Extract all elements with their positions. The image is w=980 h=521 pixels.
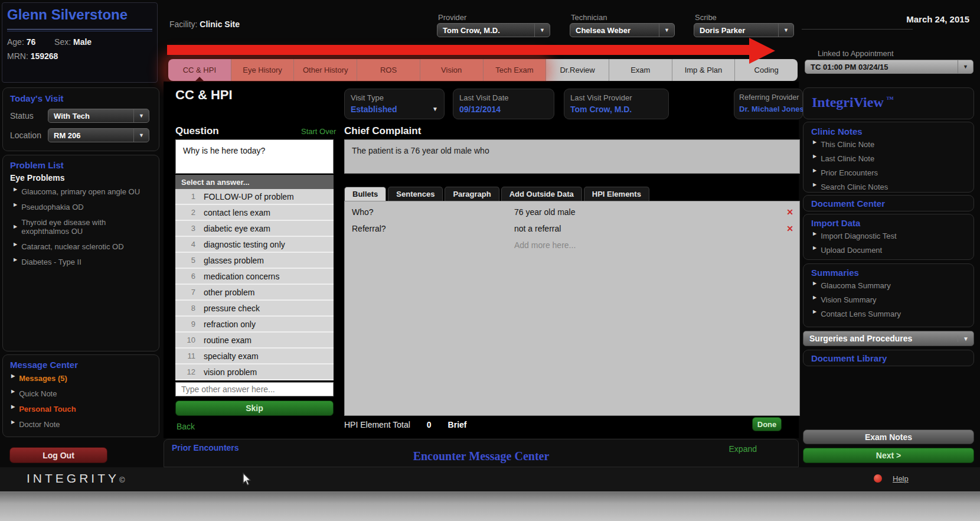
- scribe-dropdown[interactable]: Doris Parker ▼: [694, 23, 794, 37]
- other-answer-input[interactable]: [175, 382, 334, 396]
- problem-item[interactable]: ▶Pseudophakia OD: [14, 203, 154, 211]
- mrn-value: 159268: [31, 51, 58, 61]
- technician-dropdown[interactable]: Chelsea Weber ▼: [570, 23, 675, 37]
- tab-other-history[interactable]: Other History: [294, 59, 357, 81]
- answer-row[interactable]: 3diabetic eye exam: [175, 221, 334, 237]
- add-more-placeholder[interactable]: Add more here...: [514, 240, 576, 250]
- tab-coding[interactable]: Coding: [735, 59, 798, 81]
- hpi-entry-answer: 76 year old male: [514, 207, 576, 217]
- problem-item[interactable]: ▶Cataract, nuclear sclerotic OD: [14, 242, 154, 251]
- tab-ros[interactable]: ROS: [357, 59, 420, 81]
- import-diagnostic-test-link[interactable]: ▶Import Diagnostic Test: [813, 232, 897, 240]
- mrn-label: MRN:: [7, 51, 28, 61]
- skip-button[interactable]: Skip: [175, 400, 334, 416]
- tab-tech-exam[interactable]: Tech Exam: [484, 59, 547, 81]
- problem-list-title: Problem List: [10, 160, 64, 170]
- glaucoma-summary-link[interactable]: ▶Glaucoma Summary: [813, 281, 901, 290]
- chevron-down-icon: ▼: [778, 24, 793, 37]
- problem-item[interactable]: ▶Diabetes - Type II: [14, 258, 154, 266]
- linked-appointment-dropdown[interactable]: TC 01:00 PM 03/24/15 ▼: [805, 60, 974, 74]
- patient-name-divider: [7, 29, 152, 31]
- answer-row[interactable]: 9refraction only: [175, 317, 334, 333]
- done-button[interactable]: Done: [752, 417, 782, 431]
- sex-label: Sex:: [54, 37, 71, 47]
- tab-cc-hpi[interactable]: CC & HPI: [168, 59, 231, 81]
- status-dropdown[interactable]: With Tech ▼: [48, 109, 149, 123]
- answer-row[interactable]: 6medication concerns: [175, 269, 334, 285]
- tab-dr-review[interactable]: Dr.Review: [546, 59, 609, 81]
- doctor-note-link[interactable]: ▶Doctor Note: [11, 420, 76, 429]
- sex-value: Male: [73, 37, 92, 47]
- this-clinic-note-link[interactable]: ▶This Clinic Note: [813, 140, 888, 149]
- document-library-panel[interactable]: Document Library: [803, 350, 974, 366]
- encounter-message-panel: Prior Encounters Encounter Message Cente…: [164, 439, 799, 467]
- answer-row[interactable]: 7other problem: [175, 285, 334, 301]
- document-center-panel[interactable]: Document Center: [803, 195, 974, 211]
- remove-entry-icon[interactable]: ✕: [786, 224, 793, 233]
- expand-link[interactable]: Expand: [729, 444, 757, 454]
- tab-sentences[interactable]: Sentences: [388, 187, 443, 201]
- prior-encounters-link[interactable]: ▶Prior Encounters: [813, 168, 888, 177]
- answer-row[interactable]: 1FOLLOW-UP of problem: [175, 189, 334, 205]
- logout-button[interactable]: Log Out: [9, 447, 107, 463]
- remove-entry-icon[interactable]: ✕: [786, 207, 793, 217]
- provider-value: Tom Crow, M.D.: [443, 26, 500, 35]
- tab-eye-history[interactable]: Eye History: [231, 59, 295, 81]
- tab-vision[interactable]: Vision: [420, 59, 484, 81]
- tab-hpi-elements[interactable]: HPI Elements: [584, 187, 649, 201]
- answer-row[interactable]: 5glasses problem: [175, 253, 334, 269]
- help-link[interactable]: Help: [893, 474, 909, 483]
- answer-row[interactable]: 11specialty exam: [175, 349, 334, 364]
- answer-row[interactable]: 4diagnostic testing only: [175, 237, 334, 253]
- hpi-entry-question: Referral?: [352, 224, 514, 233]
- provider-dropdown[interactable]: Tom Crow, M.D. ▼: [437, 23, 550, 37]
- exam-notes-button[interactable]: Exam Notes: [803, 429, 974, 444]
- contact-lens-summary-link[interactable]: ▶Contact Lens Summary: [813, 310, 901, 318]
- tab-bullets[interactable]: Bullets: [344, 187, 386, 201]
- vision-summary-link[interactable]: ▶Vision Summary: [813, 295, 901, 304]
- hpi-content-area: Who? 76 year old male ✕ Referral? not a …: [344, 201, 800, 416]
- answer-row[interactable]: 12vision problem: [175, 364, 334, 380]
- tab-imp-plan[interactable]: Imp & Plan: [672, 59, 736, 81]
- expand-arrow-icon: ▶: [14, 257, 17, 262]
- question-box: Why is he here today?: [175, 139, 334, 174]
- question-text: Why is he here today?: [176, 140, 333, 161]
- chevron-down-icon: ▼: [133, 129, 149, 142]
- quick-note-link[interactable]: ▶Quick Note: [11, 389, 76, 398]
- back-link[interactable]: Back: [177, 422, 195, 431]
- patient-header-panel: Glenn Silverstone Age: 76 Sex: Male MRN:…: [2, 2, 158, 83]
- problem-list-panel: Problem List Eye Problems ▶Glaucoma, pri…: [2, 155, 159, 351]
- age-label: Age:: [7, 37, 24, 47]
- answer-row[interactable]: 2contact lens exam: [175, 205, 334, 221]
- personal-touch-link[interactable]: ▶Personal Touch: [11, 405, 76, 413]
- scribe-value: Doris Parker: [700, 26, 745, 35]
- search-clinic-notes-link[interactable]: ▶Search Clinic Notes: [813, 183, 888, 191]
- start-over-link[interactable]: Start Over: [301, 127, 336, 136]
- surgeries-procedures-dropdown[interactable]: Surgeries and Procedures ▼: [803, 331, 974, 346]
- brand-logo: IntegriView: [812, 95, 884, 110]
- tab-exam[interactable]: Exam: [609, 59, 672, 81]
- problem-item[interactable]: ▶Glaucoma, primary open angle OU: [14, 187, 154, 196]
- last-visit-date-card: Last Visit Date 09/12/2014: [453, 89, 554, 119]
- chevron-down-icon: ▼: [958, 60, 973, 73]
- location-dropdown[interactable]: RM 206 ▼: [48, 128, 149, 142]
- upload-document-link[interactable]: ▶Upload Document: [813, 246, 897, 255]
- chevron-down-icon[interactable]: ▼: [432, 106, 438, 112]
- answer-row[interactable]: 8pressure check: [175, 301, 334, 317]
- hpi-entry-row: Referral? not a referral ✕: [352, 224, 793, 233]
- chevron-down-icon: ▼: [133, 109, 149, 122]
- expand-arrow-icon: ▶: [813, 245, 816, 250]
- problem-item[interactable]: ▶Thyroid eye disease with exophthalmos O…: [14, 218, 154, 236]
- answer-row[interactable]: 10routine exam: [175, 333, 334, 349]
- expand-arrow-icon: ▶: [813, 309, 816, 314]
- expand-arrow-icon: ▶: [11, 404, 15, 409]
- next-button[interactable]: Next >: [803, 448, 974, 463]
- date-divider: [802, 29, 913, 30]
- last-clinic-note-link[interactable]: ▶Last Clinic Note: [813, 154, 888, 163]
- facility-value: Clinic Site: [200, 19, 240, 29]
- tab-add-outside-data[interactable]: Add Outside Data: [501, 187, 582, 201]
- messages-link[interactable]: ▶Messages (5): [11, 374, 76, 383]
- tab-paragraph[interactable]: Paragraph: [445, 187, 499, 201]
- visit-type-value[interactable]: Established: [351, 105, 397, 114]
- chief-complaint-box[interactable]: The patient is a 76 year old male who: [344, 139, 800, 174]
